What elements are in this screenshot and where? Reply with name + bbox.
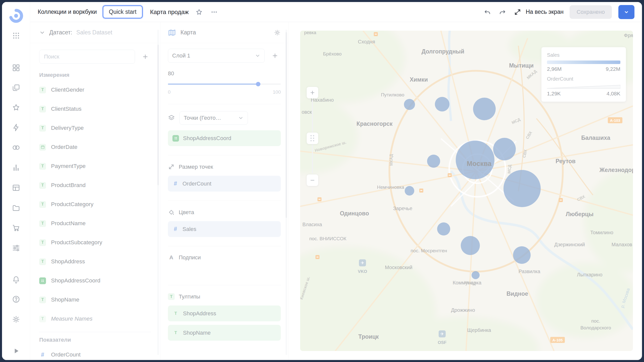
map-bubble — [472, 271, 480, 279]
plus-icon — [310, 90, 315, 95]
tooltip-field-chip[interactable]: T ShopName — [168, 325, 281, 341]
opacity-slider[interactable] — [168, 82, 281, 86]
dataset-field[interactable]: TShopAddress — [30, 252, 160, 271]
dataset-field[interactable]: TProductBrand — [30, 176, 160, 195]
redo-icon[interactable] — [498, 8, 507, 17]
add-layer-button[interactable] — [269, 50, 281, 62]
text-field-icon: T — [172, 330, 179, 336]
text-field-icon: T — [39, 258, 46, 265]
map-bubble — [435, 97, 449, 111]
slider-handle[interactable] — [256, 82, 260, 86]
map-bubble — [473, 98, 496, 120]
svg-text:А-105: А-105 — [553, 338, 563, 342]
dataset-field[interactable]: TDeliveryType — [30, 118, 160, 138]
map-place-label: МКАД — [389, 154, 393, 166]
settings-gear-icon[interactable] — [12, 315, 21, 324]
dataset-field[interactable]: TProductCategory — [30, 195, 160, 214]
dataset-selector[interactable]: Датасет: Sales Dataset — [30, 22, 160, 43]
sidebar-item-monitoring[interactable] — [12, 143, 21, 152]
breadcrumb[interactable]: Коллекции и воркбуки — [38, 9, 97, 15]
apps-grid-icon[interactable] — [12, 31, 21, 40]
sidebar-item-datasets[interactable] — [12, 183, 21, 192]
map-place-label: Одинцово — [340, 210, 369, 217]
map-bubble — [513, 246, 531, 264]
map-place-label: Дзержинский — [554, 242, 585, 247]
dataset-field[interactable]: TProductName — [30, 214, 160, 233]
measures-heading: Показатели — [39, 337, 151, 343]
dataset-field[interactable]: TMeasure Names — [30, 309, 160, 328]
chip-label: Sales — [182, 226, 196, 232]
legend-sales-label: Sales — [547, 52, 620, 58]
dataset-field[interactable]: TPaymentType — [30, 157, 160, 176]
map-bubble — [427, 155, 440, 168]
section-label: Размер точек — [179, 164, 213, 170]
map-place-label: Реутов — [556, 158, 575, 164]
favorite-star-icon[interactable] — [195, 8, 204, 17]
add-field-button[interactable] — [140, 51, 151, 63]
sidebar-item-charts[interactable] — [12, 163, 21, 172]
sidebar-item-dashboards[interactable] — [12, 63, 21, 72]
field-label: Measure Names — [51, 316, 93, 322]
geopoints-field-chip[interactable]: ShopAddressCoord — [168, 130, 281, 146]
dimensions-heading: Измерения — [39, 72, 151, 78]
undo-icon[interactable] — [483, 8, 492, 17]
text-field-icon: T — [39, 296, 46, 303]
map-place-label: МСД — [507, 164, 512, 174]
chip-label: OrderCount — [182, 180, 211, 187]
map-place-label: Томилино — [590, 230, 613, 235]
dataset-field[interactable]: TProductSubcategory — [30, 233, 160, 252]
datalens-logo-icon[interactable] — [9, 9, 23, 23]
geopoint-field-icon — [172, 135, 179, 142]
dataset-field[interactable]: # OrderCount — [30, 345, 160, 360]
map-bubble — [493, 138, 516, 160]
fullscreen-label: На весь экран — [526, 9, 564, 15]
section-label: Подписи — [179, 254, 201, 261]
chart-settings-gear-icon[interactable] — [274, 29, 281, 36]
geo-layer-type-icon — [168, 114, 175, 122]
legend-sales-min: 2,96M — [547, 66, 562, 72]
saved-button[interactable]: Сохранено — [570, 5, 612, 19]
text-field-icon: T — [39, 201, 46, 208]
quick-start-button[interactable]: Quick start — [103, 6, 143, 18]
zoom-out-button[interactable] — [307, 174, 318, 186]
sidebar-item-quick-actions[interactable] — [12, 123, 21, 132]
zoom-in-button[interactable] — [307, 87, 318, 98]
help-icon[interactable] — [12, 295, 21, 304]
dataset-field[interactable]: TClientGender — [30, 80, 160, 99]
sidebar-item-settings-sliders[interactable] — [12, 244, 21, 253]
geopoint-field-icon — [39, 277, 46, 284]
dataset-field[interactable]: TClientStatus — [30, 99, 160, 118]
fullscreen-button[interactable]: На весь экран — [513, 8, 564, 17]
svg-text:✈: ✈ — [440, 332, 444, 336]
scrollbar-thumb[interactable] — [286, 32, 287, 218]
airport-code-label: OSF — [438, 340, 447, 345]
sidebar-item-favorites[interactable] — [12, 103, 21, 112]
plus-icon — [142, 53, 149, 60]
scrollbar-thumb[interactable] — [157, 45, 159, 185]
map-view[interactable]: М-8А-103А-105 ✈VKO✈OSF ревкаСходняФряБрё… — [300, 31, 633, 351]
tooltip-field-chip[interactable]: T ShopAddress — [168, 306, 281, 321]
colors-field-chip[interactable]: # Sales — [168, 221, 281, 237]
sidebar-item-collections[interactable] — [12, 83, 21, 92]
svg-text:А-103: А-103 — [610, 118, 620, 123]
map-place-label: Заречье — [393, 206, 412, 211]
zoom-drag-handle[interactable] — [307, 133, 318, 144]
dataset-field[interactable]: OrderDate — [30, 138, 160, 157]
notifications-bell-icon[interactable] — [12, 275, 21, 284]
legend-color-gradient — [547, 61, 620, 64]
layer-select[interactable]: Слой 1 — [168, 49, 265, 63]
map-place-label: Володарского — [580, 325, 611, 330]
dataset-field[interactable]: ShopAddressCoord — [30, 271, 160, 290]
save-dropdown-button[interactable] — [618, 5, 634, 19]
expand-panel-icon[interactable] — [12, 346, 21, 355]
point-size-field-chip[interactable]: # OrderCount — [168, 176, 281, 192]
more-menu-icon[interactable] — [210, 8, 219, 17]
labels-drop-area[interactable] — [168, 261, 281, 285]
dataset-field[interactable]: TShopName — [30, 290, 160, 309]
sidebar-item-marketplace[interactable] — [12, 223, 21, 232]
svg-text:✈: ✈ — [361, 261, 364, 265]
sidebar-item-storage[interactable] — [12, 203, 21, 212]
map-bubble — [437, 222, 450, 235]
geotype-select[interactable]: Точки (Геото… — [179, 111, 248, 125]
search-input[interactable] — [39, 50, 135, 64]
